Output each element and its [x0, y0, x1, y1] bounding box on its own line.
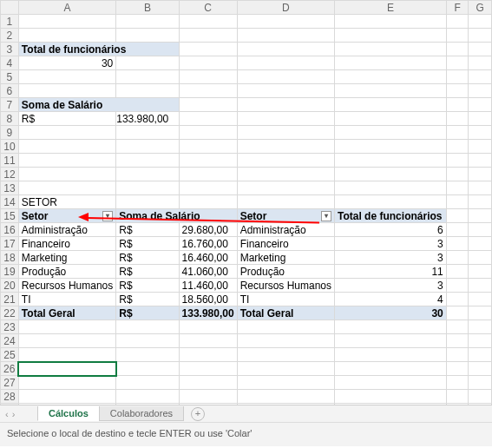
- cell[interactable]: [179, 15, 237, 29]
- cell[interactable]: [469, 126, 492, 140]
- row-header[interactable]: 6: [1, 84, 19, 98]
- col-header-A[interactable]: A: [18, 1, 115, 15]
- cell[interactable]: [469, 15, 492, 29]
- cell[interactable]: [179, 181, 237, 195]
- cell[interactable]: [469, 43, 492, 56]
- pivot2-row-val[interactable]: 3: [335, 279, 447, 293]
- row-header[interactable]: 12: [1, 168, 19, 181]
- row-header[interactable]: 24: [1, 334, 19, 348]
- pivot1-row-setor[interactable]: TI: [18, 293, 115, 306]
- cell[interactable]: [446, 70, 469, 84]
- cell-soma-sal-val[interactable]: 133.980,00: [116, 112, 179, 126]
- pivot1-row-cur[interactable]: R$: [116, 265, 179, 279]
- cell[interactable]: [335, 168, 447, 181]
- pivot2-total-label[interactable]: Total Geral: [237, 306, 334, 320]
- pivot1-row-cur[interactable]: R$: [116, 293, 179, 306]
- pivot1-hdr-setor[interactable]: Setor ▾: [18, 209, 115, 223]
- row-header[interactable]: 19: [1, 265, 19, 279]
- cell[interactable]: [116, 15, 179, 29]
- row-header[interactable]: 18: [1, 251, 19, 265]
- cell[interactable]: [237, 70, 334, 84]
- cell[interactable]: [335, 98, 447, 112]
- cell[interactable]: [179, 195, 237, 209]
- cell[interactable]: [116, 334, 179, 348]
- cell[interactable]: [237, 348, 334, 362]
- cell[interactable]: [469, 29, 492, 43]
- cell[interactable]: [335, 43, 447, 56]
- pivot2-row-setor[interactable]: TI: [237, 293, 334, 306]
- cell[interactable]: [116, 29, 179, 43]
- pivot2-hdr-setor[interactable]: Setor ▾: [237, 209, 334, 223]
- row-header[interactable]: 21: [1, 293, 19, 306]
- cell[interactable]: [237, 43, 334, 56]
- pivot1-row-val[interactable]: 18.560,00: [179, 293, 237, 306]
- row-header[interactable]: 28: [1, 390, 19, 404]
- cell[interactable]: [116, 56, 179, 70]
- cell[interactable]: [469, 56, 492, 70]
- cell[interactable]: [446, 140, 469, 154]
- cell[interactable]: [469, 154, 492, 168]
- cell[interactable]: [179, 43, 237, 56]
- cell[interactable]: [335, 181, 447, 195]
- row-header[interactable]: 23: [1, 320, 19, 334]
- cell[interactable]: [469, 223, 492, 237]
- cell[interactable]: [179, 112, 237, 126]
- col-header-F[interactable]: F: [446, 1, 469, 15]
- cell[interactable]: [335, 362, 447, 376]
- pivot1-row-val[interactable]: 11.460,00: [179, 279, 237, 293]
- cell[interactable]: [469, 70, 492, 84]
- row-header[interactable]: 13: [1, 181, 19, 195]
- tab-nav-arrows[interactable]: ‹ ›: [0, 409, 38, 419]
- cell[interactable]: [18, 390, 115, 404]
- cell[interactable]: [446, 320, 469, 334]
- cell[interactable]: [335, 56, 447, 70]
- cell[interactable]: [237, 195, 334, 209]
- pivot2-hdr-total[interactable]: Total de funcionários: [335, 209, 447, 223]
- cell[interactable]: [237, 15, 334, 29]
- cell[interactable]: [469, 98, 492, 112]
- cell[interactable]: [179, 56, 237, 70]
- cell[interactable]: [335, 195, 447, 209]
- cell[interactable]: [179, 98, 237, 112]
- pivot2-row-setor[interactable]: Financeiro: [237, 237, 334, 251]
- row-header[interactable]: 16: [1, 223, 19, 237]
- cell[interactable]: [116, 320, 179, 334]
- cell[interactable]: [237, 154, 334, 168]
- cell[interactable]: [446, 376, 469, 390]
- row-header[interactable]: 22: [1, 306, 19, 320]
- cell[interactable]: [18, 348, 115, 362]
- cell[interactable]: [237, 181, 334, 195]
- row-header[interactable]: 14: [1, 195, 19, 209]
- pivot1-row-setor[interactable]: Marketing: [18, 251, 115, 265]
- cell[interactable]: [237, 112, 334, 126]
- cell[interactable]: [179, 320, 237, 334]
- pivot1-row-setor[interactable]: Recursos Humanos: [18, 279, 115, 293]
- cell[interactable]: [446, 168, 469, 181]
- pivot1-row-cur[interactable]: R$: [116, 223, 179, 237]
- cell[interactable]: [446, 223, 469, 237]
- cell[interactable]: [116, 140, 179, 154]
- cell[interactable]: [237, 126, 334, 140]
- cell[interactable]: [335, 348, 447, 362]
- cell[interactable]: [116, 376, 179, 390]
- row-header[interactable]: 1: [1, 15, 19, 29]
- cell[interactable]: [446, 251, 469, 265]
- cell[interactable]: [469, 251, 492, 265]
- pivot2-row-setor[interactable]: Recursos Humanos: [237, 279, 334, 293]
- pivot-header-soma-sal[interactable]: Soma de Salário: [18, 98, 179, 112]
- cell[interactable]: [116, 390, 179, 404]
- cell[interactable]: [469, 168, 492, 181]
- pivot1-row-val[interactable]: 16.460,00: [179, 251, 237, 265]
- cell[interactable]: [179, 154, 237, 168]
- cell[interactable]: [469, 306, 492, 320]
- row-header[interactable]: 20: [1, 279, 19, 293]
- cell[interactable]: [179, 168, 237, 181]
- new-sheet-button[interactable]: +: [191, 407, 205, 421]
- cell[interactable]: [469, 334, 492, 348]
- cell[interactable]: [18, 70, 115, 84]
- cell[interactable]: [469, 320, 492, 334]
- cell[interactable]: [18, 126, 115, 140]
- col-header-E[interactable]: E: [335, 1, 447, 15]
- cell[interactable]: [446, 265, 469, 279]
- row-header[interactable]: 3: [1, 43, 19, 56]
